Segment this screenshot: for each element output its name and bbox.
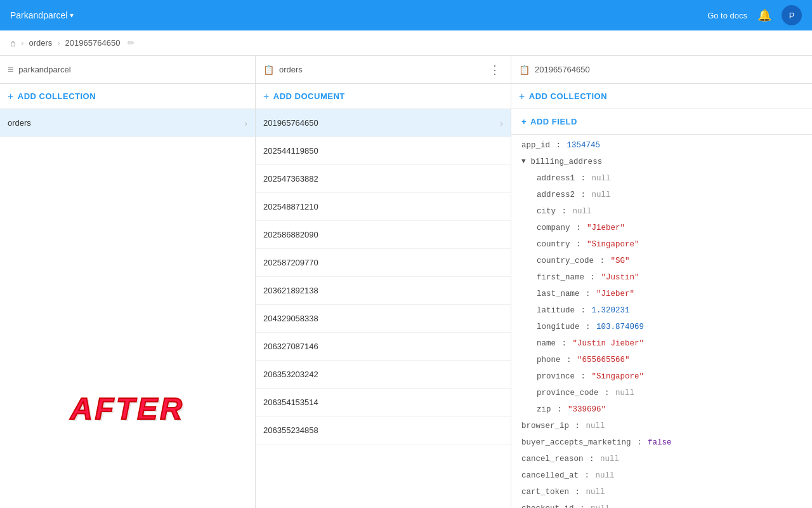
collection-list: orders › [0, 109, 255, 309]
collection-item-label: orders [8, 118, 31, 128]
add-document-label: ADD DOCUMENT [273, 91, 345, 101]
field-row: address1 : null [511, 170, 812, 187]
after-area: AFTER [0, 309, 255, 508]
plus-icon-middle: + [263, 91, 270, 102]
field-colon: : [557, 405, 562, 414]
field-colon: : [562, 339, 567, 348]
document-list: 201965764650›202544119850202547363882202… [256, 109, 511, 508]
add-document-button[interactable]: + ADD DOCUMENT [256, 84, 511, 109]
add-collection-button-right[interactable]: + ADD COLLECTION [511, 84, 812, 109]
field-value: null [573, 207, 592, 216]
field-data-list: app_id : 1354745 ▼ billing_address addre… [511, 135, 812, 508]
field-row: zip : "339696" [511, 401, 812, 418]
field-value: 1.320231 [592, 306, 630, 315]
field-value: "Justin" [601, 273, 639, 282]
doc-item-label: 202587209770 [263, 258, 318, 267]
field-colon: : [576, 224, 581, 232]
field-key: last_name [537, 290, 580, 298]
avatar-initials: P [789, 11, 795, 20]
right-panel-title: 201965764650 [535, 65, 804, 74]
app-title-area[interactable]: Parkandparcel ▾ [10, 10, 74, 20]
field-row: city : null [511, 203, 812, 220]
more-options-button[interactable]: ⋮ [487, 60, 503, 79]
field-key: billing_address [531, 156, 603, 168]
edit-icon[interactable]: ✏ [128, 38, 134, 48]
doc-item[interactable]: 202544119850 [256, 137, 511, 165]
field-row: longitude : 103.874069 [511, 319, 812, 335]
doc-item-label: 204329058338 [263, 314, 318, 323]
doc-item-label: 201965764650 [263, 118, 318, 128]
field-value: "Singapore" [592, 372, 645, 381]
left-panel-header: ≡ parkandparcel [0, 56, 255, 84]
field-row: name : "Justin Jieber" [511, 335, 812, 352]
doc-item[interactable]: 206354153514 [256, 389, 511, 417]
doc-item[interactable]: 204329058338 [256, 305, 511, 333]
field-value: null [586, 488, 605, 497]
field-row: buyer_accepts_marketing : false [511, 434, 812, 451]
field-key: latitude [537, 306, 575, 315]
field-key: buyer_accepts_marketing [521, 438, 631, 447]
right-panel: 📋 201965764650 + ADD COLLECTION + ADD FI… [511, 56, 812, 508]
avatar[interactable]: P [782, 5, 802, 25]
field-value: "Jieber" [587, 224, 625, 232]
doc-item[interactable]: 202548871210 [256, 193, 511, 221]
field-row: app_id : 1354745 [511, 137, 812, 154]
db-icon: ≡ [8, 64, 13, 76]
home-icon[interactable]: ⌂ [10, 37, 16, 48]
field-value: false [648, 438, 672, 447]
field-key: address2 [537, 190, 575, 199]
doc-item[interactable]: 203621892138 [256, 277, 511, 305]
breadcrumb-sep-1: › [21, 38, 23, 48]
field-key: company [537, 224, 570, 232]
doc-item[interactable]: 206327087146 [256, 333, 511, 361]
add-collection-button-left[interactable]: + ADD COLLECTION [0, 84, 255, 109]
field-row: cancelled_at : null [511, 467, 812, 484]
doc-item-label: 202548871210 [263, 202, 318, 211]
collapse-arrow-icon[interactable]: ▼ [521, 156, 526, 168]
doc-item[interactable]: 201965764650› [256, 109, 511, 137]
field-colon: : [585, 471, 590, 480]
field-row: address2 : null [511, 187, 812, 203]
doc-item[interactable]: 202587209770 [256, 249, 511, 277]
doc-item[interactable]: 206355234858 [256, 417, 511, 444]
plus-icon-right: + [519, 91, 525, 102]
dropdown-arrow-icon: ▾ [70, 11, 74, 20]
left-panel: ≡ parkandparcel + ADD COLLECTION orders … [0, 56, 256, 508]
doc-item[interactable]: 202586882090 [256, 221, 511, 249]
field-key: cancel_reason [521, 455, 584, 464]
after-label: AFTER [70, 391, 185, 426]
plus-icon-left: + [8, 91, 14, 102]
doc-item[interactable]: 206353203242 [256, 361, 511, 389]
field-key: country_code [537, 257, 594, 265]
field-value: null [592, 174, 611, 183]
field-value: null [596, 471, 615, 480]
breadcrumb-orders[interactable]: orders [29, 38, 52, 48]
notification-wrapper[interactable]: 🔔 [757, 8, 771, 22]
field-row: country_code : "SG" [511, 253, 812, 269]
bell-icon[interactable]: 🔔 [757, 9, 771, 22]
add-collection-label-left: ADD COLLECTION [18, 91, 96, 101]
field-key: province [537, 372, 575, 381]
field-key: first_name [537, 273, 584, 282]
field-key: province_code [537, 389, 599, 398]
field-value: null [591, 504, 610, 508]
main-layout: ≡ parkandparcel + ADD COLLECTION orders … [0, 56, 812, 508]
breadcrumb-sep-2: › [57, 38, 60, 48]
field-row: province_code : null [511, 385, 812, 401]
middle-panel-header: 📋 orders ⋮ [256, 56, 511, 84]
doc-item[interactable]: 202547363882 [256, 165, 511, 193]
add-field-label: ADD FIELD [530, 117, 577, 126]
field-row: phone : "655665566" [511, 352, 812, 368]
field-key: cart_token [521, 488, 569, 497]
collection-item-orders[interactable]: orders › [0, 109, 255, 137]
field-key: zip [537, 405, 551, 414]
field-colon: : [575, 488, 580, 497]
field-row: checkout_id : null [511, 500, 812, 508]
field-value: "Singapore" [587, 240, 639, 249]
field-row: last_name : "Jieber" [511, 286, 812, 302]
doc-icon-middle: 📋 [263, 65, 274, 75]
field-key: address1 [537, 174, 575, 183]
add-field-button[interactable]: + ADD FIELD [511, 109, 812, 135]
field-colon: : [589, 455, 594, 464]
docs-link[interactable]: Go to docs [707, 11, 747, 20]
